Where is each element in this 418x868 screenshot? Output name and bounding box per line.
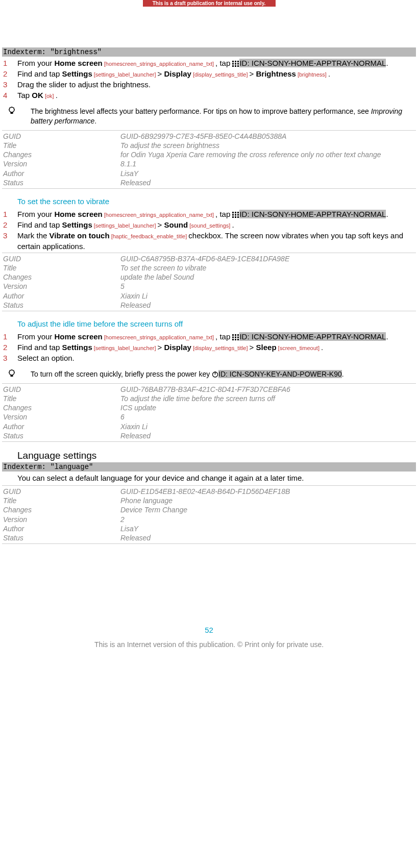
hint-text: The brightness level affects your batter… <box>31 107 414 126</box>
hint-idle: To turn off the screen quickly, briefly … <box>2 364 416 383</box>
svg-rect-22 <box>232 216 234 218</box>
step-row: 3 Drag the slider to adjust the brightne… <box>2 79 416 90</box>
footer-text: This is an Internet version of this publ… <box>2 640 416 652</box>
svg-rect-17 <box>235 212 236 213</box>
power-icon <box>212 371 218 378</box>
step-number: 2 <box>2 219 17 230</box>
step-number: 1 <box>2 209 17 219</box>
heading-language: Language settings <box>2 442 416 462</box>
svg-rect-4 <box>235 63 236 65</box>
step-number: 3 <box>2 230 17 241</box>
apptray-icon <box>232 334 239 340</box>
svg-rect-25 <box>232 334 234 336</box>
steps-brightness: 1 From your Home screen [homescreen_stri… <box>2 57 416 102</box>
meta-table-vibrate: GUIDGUID-C6A8795B-B37A-4FD6-8AE9-1CE841D… <box>2 253 416 311</box>
svg-rect-29 <box>235 337 236 338</box>
svg-rect-7 <box>235 65 236 67</box>
hint-text: To turn off the screen quickly, briefly … <box>31 369 414 379</box>
step-row: 1 From your Home screen [homescreen_stri… <box>2 209 416 219</box>
step-number: 1 <box>2 58 17 68</box>
step-text: Drag the slider to adjust the brightness… <box>17 79 416 90</box>
step-row: 2 Find and tap Settings [settings_label_… <box>2 68 416 79</box>
step-text: Find and tap Settings [settings_label_la… <box>17 219 416 230</box>
svg-rect-6 <box>232 65 234 67</box>
step-text: Select an option. <box>17 353 416 363</box>
draft-banner: This is a draft publication for internal… <box>143 0 276 7</box>
bulb-icon <box>4 107 31 116</box>
svg-line-40 <box>14 370 14 371</box>
step-text: From your Home screen [homescreen_string… <box>17 331 416 342</box>
svg-rect-10 <box>11 112 13 114</box>
svg-rect-24 <box>237 216 239 218</box>
svg-rect-20 <box>235 214 236 215</box>
hint-brightness: The brightness level affects your batter… <box>2 102 416 130</box>
svg-rect-31 <box>232 339 234 340</box>
indexterm-brightness: Indexterm: "brightness" <box>2 47 416 57</box>
step-row: 3 Select an option. <box>2 353 416 363</box>
step-row: 1 From your Home screen [homescreen_stri… <box>2 58 416 68</box>
indexterm-language: Indexterm: "language" <box>2 462 416 472</box>
svg-rect-16 <box>232 212 234 213</box>
step-text: Find and tap Settings [settings_label_la… <box>17 68 416 79</box>
subheading-vibrate: To set the screen to vibrate <box>2 189 416 208</box>
language-body: You can select a default language for yo… <box>2 472 416 485</box>
svg-rect-3 <box>232 63 234 65</box>
svg-line-39 <box>10 370 10 371</box>
svg-rect-21 <box>237 214 239 215</box>
svg-rect-23 <box>235 216 236 218</box>
svg-rect-35 <box>11 375 13 377</box>
apptray-icon <box>232 61 239 67</box>
svg-line-15 <box>14 108 14 108</box>
step-text: From your Home screen [homescreen_string… <box>17 58 416 68</box>
meta-table-idle: GUIDGUID-76BAB77B-B3AF-421C-8D41-F7F3D7C… <box>2 383 416 442</box>
svg-rect-32 <box>235 339 236 340</box>
step-number: 3 <box>2 353 17 363</box>
step-row: 4 Tap OK [ok] . <box>2 90 416 101</box>
svg-rect-0 <box>232 61 234 62</box>
step-number: 2 <box>2 68 17 79</box>
step-number: 4 <box>2 90 17 101</box>
svg-rect-30 <box>237 337 239 338</box>
meta-table-brightness: GUIDGUID-6B929979-C7E3-45FB-85E0-C4A4BB0… <box>2 130 416 189</box>
page-number: 52 <box>2 626 416 634</box>
subheading-idle: To adjust the idle time before the scree… <box>2 311 416 330</box>
apptray-icon <box>232 212 239 218</box>
step-number: 1 <box>2 331 17 342</box>
step-number: 3 <box>2 79 17 90</box>
step-text: Find and tap Settings [settings_label_la… <box>17 342 416 353</box>
step-number: 2 <box>2 342 17 353</box>
svg-rect-33 <box>237 339 239 340</box>
svg-rect-19 <box>232 214 234 215</box>
svg-line-14 <box>10 108 10 108</box>
svg-rect-18 <box>237 212 239 213</box>
step-text: From your Home screen [homescreen_string… <box>17 209 416 219</box>
step-text: Tap OK [ok] . <box>17 90 416 101</box>
svg-rect-5 <box>237 63 239 65</box>
svg-rect-2 <box>237 61 239 62</box>
svg-rect-26 <box>235 334 236 336</box>
step-row: 3 Mark the Vibrate on touch [haptic_feed… <box>2 230 416 252</box>
bulb-icon <box>4 369 31 379</box>
svg-rect-1 <box>235 61 236 62</box>
svg-rect-8 <box>237 65 239 67</box>
step-text: Mark the Vibrate on touch [haptic_feedba… <box>17 230 416 252</box>
svg-rect-27 <box>237 334 239 336</box>
step-row: 1 From your Home screen [homescreen_stri… <box>2 331 416 342</box>
steps-vibrate: 1 From your Home screen [homescreen_stri… <box>2 208 416 253</box>
step-row: 2 Find and tap Settings [settings_label_… <box>2 219 416 230</box>
step-row: 2 Find and tap Settings [settings_label_… <box>2 342 416 353</box>
steps-idle: 1 From your Home screen [homescreen_stri… <box>2 330 416 364</box>
svg-rect-28 <box>232 337 234 338</box>
meta-table-language: GUIDGUID-E1D54EB1-8E02-4EA8-B64D-F1D56D4… <box>2 485 416 544</box>
